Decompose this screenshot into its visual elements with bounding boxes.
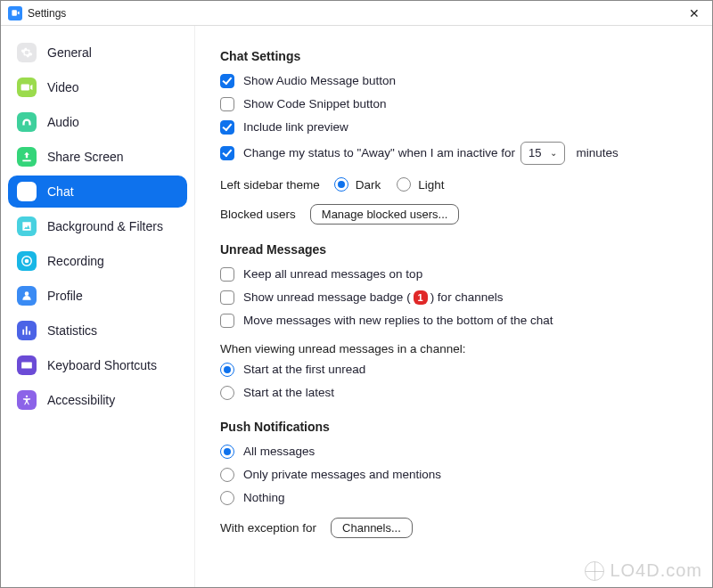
unread-badge-icon: 1: [414, 290, 428, 305]
cb-label: Move messages with new replies to the bo…: [243, 312, 553, 330]
close-button[interactable]: ✕: [684, 6, 705, 20]
gear-icon: [17, 43, 37, 62]
sidebar-item-label: Recording: [47, 254, 104, 268]
sidebar-item-label: Audio: [47, 115, 79, 129]
sidebar-item-general[interactable]: General: [8, 37, 187, 69]
checkbox-icon: [220, 290, 234, 305]
sidebar-item-chat[interactable]: Chat: [8, 176, 187, 208]
radio-icon: [220, 386, 234, 400]
chevron-down-icon: ⌄: [550, 144, 557, 162]
record-icon: [17, 251, 37, 271]
cb-show-audio-msg[interactable]: Show Audio Message button: [220, 72, 687, 90]
radio-label: Dark: [356, 178, 381, 192]
blocked-users-label: Blocked users: [220, 208, 296, 221]
radio-label: Only private messages and mentions: [243, 466, 441, 484]
keyboard-icon: [17, 355, 37, 375]
sidebar-item-statistics[interactable]: Statistics: [8, 314, 187, 347]
cb-label-suffix: ) for channels: [430, 289, 504, 306]
sidebar: GeneralVideoAudioShare ScreenChatBackgro…: [1, 26, 195, 587]
cb-label: Show Audio Message button: [243, 72, 396, 90]
sidebar-item-label: Statistics: [47, 323, 97, 338]
radio-icon: [220, 468, 234, 482]
cb-show-code-snippet[interactable]: Show Code Snippet button: [220, 95, 687, 113]
radio-push-private[interactable]: Only private messages and mentions: [220, 466, 687, 484]
app-icon: [8, 6, 22, 20]
section-unread: Unread Messages: [220, 242, 687, 257]
radio-theme-light[interactable]: Light: [397, 177, 444, 192]
section-chat-settings: Chat Settings: [220, 49, 687, 63]
radio-label: Nothing: [243, 489, 285, 507]
a11y-icon: [17, 390, 37, 410]
video-icon: [17, 78, 37, 97]
stats-icon: [17, 321, 37, 340]
titlebar: Settings ✕: [1, 1, 712, 26]
radio-label: Start at the latest: [243, 384, 334, 402]
sidebar-item-keyboard-shortcuts[interactable]: Keyboard Shortcuts: [8, 349, 187, 381]
sidebar-item-label: Background & Filters: [47, 219, 163, 233]
sidebar-item-accessibility[interactable]: Accessibility: [8, 384, 187, 416]
radio-icon: [220, 363, 234, 377]
sidebar-theme-label: Left sidebar theme: [220, 178, 320, 192]
radio-label: Light: [418, 178, 444, 192]
sidebar-item-label: General: [47, 45, 92, 60]
cb-move-replies-bottom[interactable]: Move messages with new replies to the bo…: [220, 312, 687, 330]
bgfilter-icon: [17, 216, 37, 236]
content-pane: Chat Settings Show Audio Message button …: [195, 26, 712, 587]
checkbox-icon: [220, 146, 234, 160]
share-icon: [17, 147, 37, 167]
checkbox-icon: [220, 120, 234, 135]
cb-label-prefix: Change my status to "Away" when I am ina…: [243, 144, 515, 162]
radio-icon: [334, 177, 348, 192]
away-minutes-select[interactable]: 15 ⌄: [520, 142, 565, 165]
checkbox-icon: [220, 74, 234, 88]
sidebar-item-background-filters[interactable]: Background & Filters: [8, 210, 187, 242]
profile-icon: [17, 286, 37, 306]
cb-label: Show Code Snippet button: [243, 95, 387, 113]
sidebar-item-label: Profile: [47, 289, 83, 303]
radio-label: All messages: [243, 443, 315, 461]
cb-label: Keep all unread messages on top: [243, 265, 422, 283]
sidebar-item-audio[interactable]: Audio: [8, 106, 187, 138]
cb-label-prefix: Show unread message badge (: [243, 289, 411, 306]
radio-start-latest[interactable]: Start at the latest: [220, 384, 687, 402]
section-push: Push Notifications: [220, 420, 687, 434]
radio-start-first-unread[interactable]: Start at the first unread: [220, 361, 687, 379]
cb-label: Include link preview: [243, 118, 348, 136]
checkbox-icon: [220, 314, 234, 328]
cb-show-unread-badge[interactable]: Show unread message badge ( 1 ) for chan…: [220, 289, 687, 306]
sidebar-item-recording[interactable]: Recording: [8, 245, 187, 277]
cb-keep-unread-top[interactable]: Keep all unread messages on top: [220, 265, 687, 283]
radio-push-nothing[interactable]: Nothing: [220, 489, 687, 507]
radio-icon: [220, 491, 234, 505]
manage-blocked-users-button[interactable]: Manage blocked users...: [310, 204, 460, 225]
cb-label-suffix: minutes: [576, 144, 618, 162]
cb-away-status[interactable]: Change my status to "Away" when I am ina…: [220, 142, 687, 165]
svg-point-2: [26, 396, 28, 397]
radio-theme-dark[interactable]: Dark: [334, 177, 381, 192]
viewing-unread-prompt: When viewing unread messages in a channe…: [220, 342, 687, 355]
window-title: Settings: [28, 7, 66, 20]
sidebar-item-label: Video: [47, 80, 79, 94]
push-exception-channels-button[interactable]: Channels...: [331, 518, 413, 538]
sidebar-item-label: Accessibility: [47, 393, 115, 407]
radio-push-all[interactable]: All messages: [220, 443, 687, 461]
push-exception-label: With exception for: [220, 521, 316, 535]
sidebar-item-label: Share Screen: [47, 150, 124, 164]
chat-icon: [17, 182, 37, 201]
svg-point-1: [25, 259, 29, 264]
sidebar-item-label: Chat: [47, 184, 74, 199]
sidebar-item-share-screen[interactable]: Share Screen: [8, 141, 187, 173]
sidebar-item-label: Keyboard Shortcuts: [47, 358, 157, 372]
sidebar-item-video[interactable]: Video: [8, 71, 187, 103]
cb-link-preview[interactable]: Include link preview: [220, 118, 687, 136]
checkbox-icon: [220, 267, 234, 282]
audio-icon: [17, 112, 37, 132]
radio-icon: [397, 177, 411, 192]
radio-label: Start at the first unread: [243, 361, 365, 379]
radio-icon: [220, 445, 234, 459]
checkbox-icon: [220, 97, 234, 111]
select-value: 15: [529, 144, 541, 162]
sidebar-item-profile[interactable]: Profile: [8, 280, 187, 312]
